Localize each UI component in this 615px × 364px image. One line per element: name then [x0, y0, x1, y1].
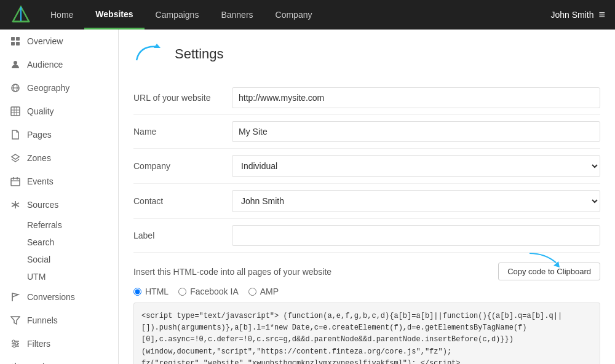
sidebar-label-filters: Filters	[27, 339, 50, 349]
svg-rect-5	[11, 42, 15, 46]
page-title: Settings	[175, 46, 224, 62]
layers-icon	[10, 152, 21, 164]
sidebar-sub-social[interactable]: Social	[27, 251, 118, 268]
sidebar-item-geography[interactable]: Geography	[0, 76, 118, 100]
nav-campaigns[interactable]: Campaigns	[145, 0, 210, 30]
flag-icon	[10, 291, 21, 303]
sidebar-label-geography: Geography	[27, 83, 69, 93]
sidebar-item-audience[interactable]: Audience	[0, 53, 118, 76]
url-input[interactable]	[232, 87, 600, 108]
sidebar-item-filters[interactable]: Filters	[0, 332, 118, 355]
name-control	[232, 121, 600, 142]
sidebar-item-quality[interactable]: Quality	[0, 100, 118, 123]
label-input[interactable]	[232, 225, 600, 246]
filter-icon	[10, 315, 21, 326]
radio-amp-label: AMP	[260, 287, 279, 296]
radio-amp[interactable]: AMP	[248, 287, 279, 296]
grid-icon	[10, 36, 21, 47]
svg-rect-4	[16, 37, 20, 41]
company-select[interactable]: Individual	[232, 155, 600, 177]
asterisk-icon	[10, 199, 21, 210]
svg-point-31	[13, 345, 15, 347]
contact-label: Contact	[133, 196, 232, 206]
sidebar-label-conversions: Conversions	[27, 292, 75, 302]
logo[interactable]	[10, 4, 32, 26]
svg-marker-25	[11, 317, 20, 324]
menu-icon: ≡	[598, 9, 605, 22]
gear-icon	[10, 362, 21, 364]
nav-company[interactable]: Company	[264, 0, 323, 30]
sidebar-item-events[interactable]: Events	[0, 170, 118, 193]
label-row: Label	[133, 219, 600, 253]
nav-home[interactable]: Home	[39, 0, 84, 30]
sidebar-label-sources: Sources	[27, 200, 58, 210]
html-section-title: Insert this HTML-code into all pages of …	[133, 267, 331, 277]
sidebar: Overview Audience Geography Quality Page…	[0, 30, 119, 364]
svg-point-7	[14, 61, 17, 65]
contact-control: John Smith	[232, 190, 600, 212]
contact-row: Contact John Smith	[133, 184, 600, 219]
svg-rect-17	[11, 178, 20, 186]
page-header: Settings	[133, 42, 600, 66]
svg-marker-34	[554, 261, 560, 267]
nav-banners[interactable]: Banners	[210, 0, 264, 30]
nav-websites[interactable]: Websites	[84, 0, 144, 30]
calendar-icon	[10, 176, 21, 187]
sidebar-item-overview[interactable]: Overview	[0, 30, 118, 53]
radio-html[interactable]: HTML	[133, 287, 169, 296]
company-control: Individual	[232, 155, 600, 177]
user-menu[interactable]: John Smith ≡	[550, 9, 605, 22]
main-layout: Overview Audience Geography Quality Page…	[0, 30, 615, 364]
main-content: Settings URL of your website Name Compan…	[119, 30, 615, 364]
company-label: Company	[133, 161, 232, 171]
sliders-icon	[10, 338, 21, 349]
sidebar-item-settings[interactable]: Settings	[0, 355, 118, 364]
sidebar-label-funnels: Funnels	[27, 315, 58, 325]
file-icon	[10, 129, 21, 140]
sidebar-item-pages[interactable]: Pages	[0, 123, 118, 146]
sidebar-item-zones[interactable]: Zones	[0, 146, 118, 170]
name-row: Name	[133, 115, 600, 149]
nav-links: Home Websites Campaigns Banners Company	[39, 0, 550, 30]
top-navigation: Home Websites Campaigns Banners Company …	[0, 0, 615, 30]
radio-html-input[interactable]	[133, 288, 141, 296]
user-name: John Smith	[550, 10, 593, 20]
company-row: Company Individual	[133, 149, 600, 184]
sidebar-sub-search[interactable]: Search	[27, 234, 118, 251]
sidebar-label-pages: Pages	[27, 130, 52, 140]
person-icon	[10, 59, 21, 70]
radio-facebook-ia-label: Facebook IA	[190, 287, 239, 296]
svg-rect-3	[11, 37, 15, 41]
svg-point-30	[15, 342, 18, 345]
sidebar-item-funnels[interactable]: Funnels	[0, 309, 118, 332]
th-icon	[10, 106, 21, 117]
url-control	[232, 87, 600, 108]
name-input[interactable]	[232, 121, 600, 142]
contact-select[interactable]: John Smith	[232, 190, 600, 212]
globe-icon	[10, 82, 21, 93]
sidebar-sub-referrals[interactable]: Referrals	[27, 216, 118, 234]
html-section-header: Insert this HTML-code into all pages of …	[133, 263, 600, 280]
label-control	[232, 225, 600, 246]
radio-amp-input[interactable]	[248, 288, 256, 296]
sidebar-label-zones: Zones	[27, 153, 51, 163]
back-arrow-decoration	[133, 42, 167, 66]
svg-rect-11	[11, 107, 20, 116]
url-row: URL of your website	[133, 81, 600, 115]
radio-facebook-ia[interactable]: Facebook IA	[178, 287, 239, 296]
sidebar-label-audience: Audience	[27, 60, 63, 69]
sidebar-item-conversions[interactable]: Conversions	[0, 285, 118, 309]
sidebar-sub-utm[interactable]: UTM	[27, 268, 118, 285]
sidebar-label-overview: Overview	[27, 36, 63, 46]
sources-submenu: Referrals Search Social UTM	[0, 216, 118, 285]
radio-facebook-ia-input[interactable]	[178, 288, 186, 296]
name-label: Name	[133, 127, 232, 136]
radio-group: HTML Facebook IA AMP	[133, 287, 600, 296]
url-label: URL of your website	[133, 93, 232, 103]
svg-point-29	[12, 340, 15, 342]
radio-html-label: HTML	[145, 287, 169, 296]
svg-marker-16	[12, 154, 19, 159]
sidebar-item-sources[interactable]: Sources	[0, 193, 118, 216]
html-section: Insert this HTML-code into all pages of …	[133, 263, 600, 364]
label-label: Label	[133, 231, 232, 240]
